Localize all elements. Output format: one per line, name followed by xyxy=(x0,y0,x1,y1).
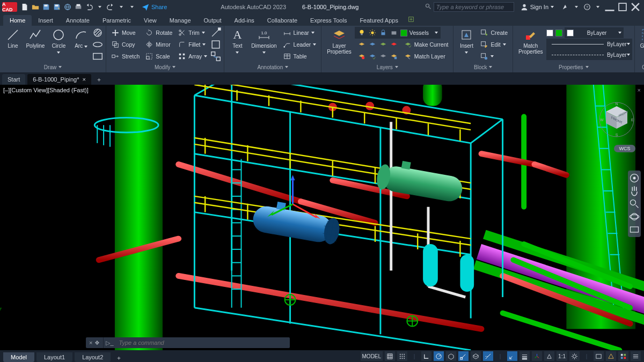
modify-extra3-icon[interactable] xyxy=(210,50,222,62)
qat-open-icon[interactable] xyxy=(30,2,41,12)
draw-ellipse-icon[interactable] xyxy=(92,39,104,50)
search-input[interactable]: Type a keyword or phrase xyxy=(434,2,514,12)
autodesk-app-drop[interactable] xyxy=(571,2,582,12)
draw-polyline[interactable]: Polyline xyxy=(24,27,47,50)
nav-orbit-icon[interactable] xyxy=(629,211,640,222)
color-white[interactable] xyxy=(546,29,553,36)
modify-copy[interactable]: Copy xyxy=(108,39,142,50)
draw-line[interactable]: Line xyxy=(2,27,24,50)
status-grid-icon[interactable] xyxy=(385,351,395,361)
layer-tool-1[interactable] xyxy=(355,39,401,50)
layer-dropdown[interactable]: Vessels xyxy=(355,27,441,39)
status-dynamic-ucs[interactable] xyxy=(507,351,517,361)
ribbon-tab-output[interactable]: Output xyxy=(197,15,228,26)
qat-undo-drop[interactable] xyxy=(94,2,105,12)
modify-array[interactable]: Array xyxy=(175,50,210,62)
share-button[interactable]: Share xyxy=(142,3,167,11)
layout-tab-model[interactable]: Model xyxy=(3,352,34,362)
status-otrack-icon[interactable] xyxy=(483,351,493,361)
draw-hatch-icon[interactable] xyxy=(92,27,104,39)
nav-zoom-icon[interactable] xyxy=(629,198,640,209)
qat-redo-icon[interactable] xyxy=(105,2,116,12)
layout-add-button[interactable]: ＋ xyxy=(113,354,125,362)
qat-web-icon[interactable] xyxy=(62,2,73,12)
drawing-viewport[interactable]: [–][Custom View][Shaded (Fast)] — □ × xyxy=(0,85,644,350)
color-green[interactable] xyxy=(555,29,562,36)
signin-button[interactable]: Sign In xyxy=(521,3,554,11)
ribbon-tab-manage[interactable]: Manage xyxy=(163,15,197,26)
status-scale[interactable]: 1:1 xyxy=(557,351,567,361)
status-snap-icon[interactable] xyxy=(397,351,407,361)
file-tab-start[interactable]: Start xyxy=(2,74,25,85)
qat-new-icon[interactable] xyxy=(19,2,30,12)
ribbon-tab-expresstools[interactable]: Express Tools xyxy=(304,15,353,26)
file-tab-doc[interactable]: 6-B-1000_Piping*× xyxy=(27,74,91,85)
status-workspace-icon[interactable] xyxy=(594,351,604,361)
ribbon-tab-parametric[interactable]: Parametric xyxy=(96,15,137,26)
annotation-table[interactable]: Table xyxy=(280,50,319,62)
block-attr[interactable] xyxy=(477,50,510,62)
layer-tool-2[interactable] xyxy=(355,50,401,62)
status-gizmo-icon[interactable] xyxy=(532,351,542,361)
nav-wheel-icon[interactable] xyxy=(629,173,640,183)
status-customize-icon[interactable] xyxy=(631,351,641,361)
linetype-bylayer[interactable]: ByLayer xyxy=(546,49,632,60)
status-filter-icon[interactable] xyxy=(618,351,628,361)
ribbon-tab-featuredapps[interactable]: Featured Apps xyxy=(353,15,405,26)
ribbon-tab-collaborate[interactable]: Collaborate xyxy=(261,15,304,26)
new-tab-button[interactable]: ＋ xyxy=(93,74,105,85)
qat-saveas-icon[interactable] xyxy=(52,2,62,12)
color-bylayer[interactable]: ByLayer xyxy=(565,27,624,38)
modify-rotate[interactable]: Rotate xyxy=(142,27,175,39)
block-insert[interactable]: Insert xyxy=(456,27,477,56)
status-ortho-icon[interactable] xyxy=(421,351,431,361)
autodesk-app-icon[interactable] xyxy=(560,2,571,12)
lineweight-bylayer[interactable]: ByLayer xyxy=(546,39,632,49)
qat-plot-icon[interactable] xyxy=(73,2,84,12)
modify-extra2-icon[interactable] xyxy=(210,39,222,50)
draw-circle[interactable]: Circle xyxy=(47,27,70,56)
window-close-icon[interactable] xyxy=(629,1,642,13)
command-input[interactable] xyxy=(116,339,290,346)
qat-save-icon[interactable] xyxy=(41,2,52,12)
status-annoscale-icon[interactable] xyxy=(544,351,554,361)
ribbon-tab-view[interactable]: View xyxy=(137,15,163,26)
block-edit[interactable]: Edit xyxy=(477,39,510,50)
draw-arc[interactable]: Arc xyxy=(70,27,92,50)
close-icon[interactable]: × xyxy=(82,76,85,83)
status-3dosnap-icon[interactable] xyxy=(471,351,481,361)
ribbon-tab-addins[interactable]: Add-ins xyxy=(228,15,261,26)
layer-make-current[interactable]: Make Current xyxy=(401,39,451,50)
help-drop[interactable] xyxy=(592,2,603,12)
modify-fillet[interactable]: Fillet xyxy=(175,39,210,50)
annotation-dimension[interactable]: 1.0 Dimension xyxy=(248,27,280,56)
modify-mirror[interactable]: Mirror xyxy=(142,39,175,50)
qat-redo-drop[interactable] xyxy=(116,2,127,12)
modify-trim[interactable]: Trim xyxy=(175,27,210,39)
ribbon-tab-insert[interactable]: Insert xyxy=(32,15,60,26)
modify-move[interactable]: Move xyxy=(108,27,142,39)
layer-properties[interactable]: Layer Properties xyxy=(324,27,355,56)
annotation-text[interactable]: A Text xyxy=(226,27,248,56)
status-cog-icon[interactable] xyxy=(569,351,580,361)
nav-pan-icon[interactable] xyxy=(629,186,640,196)
status-lineweight-icon[interactable] xyxy=(519,351,530,361)
modify-extra1-icon[interactable] xyxy=(210,27,222,39)
modify-scale[interactable]: Scale xyxy=(142,50,175,62)
layout-tab-2[interactable]: Layout2 xyxy=(75,352,111,362)
ribbon-tab-annotate[interactable]: Annotate xyxy=(60,15,96,26)
annotation-leader[interactable]: Leader xyxy=(280,39,319,50)
modify-stretch[interactable]: Stretch xyxy=(108,50,142,62)
window-restore-icon[interactable] xyxy=(616,1,629,13)
layer-match[interactable]: Match Layer xyxy=(401,50,451,62)
wcs-badge[interactable]: WCS xyxy=(614,145,635,152)
window-minimize-icon[interactable] xyxy=(603,1,616,13)
qat-overflow[interactable] xyxy=(127,2,137,12)
ribbon-tab-home[interactable]: Home xyxy=(3,15,32,26)
status-model[interactable]: MODEL xyxy=(361,351,383,361)
draw-rect-icon[interactable] xyxy=(92,50,104,62)
command-line[interactable]: × ❖ ▷_ xyxy=(86,337,290,348)
block-create[interactable]: Create xyxy=(477,27,510,39)
layout-tab-1[interactable]: Layout1 xyxy=(36,352,72,362)
status-isodraft-icon[interactable] xyxy=(446,351,456,361)
